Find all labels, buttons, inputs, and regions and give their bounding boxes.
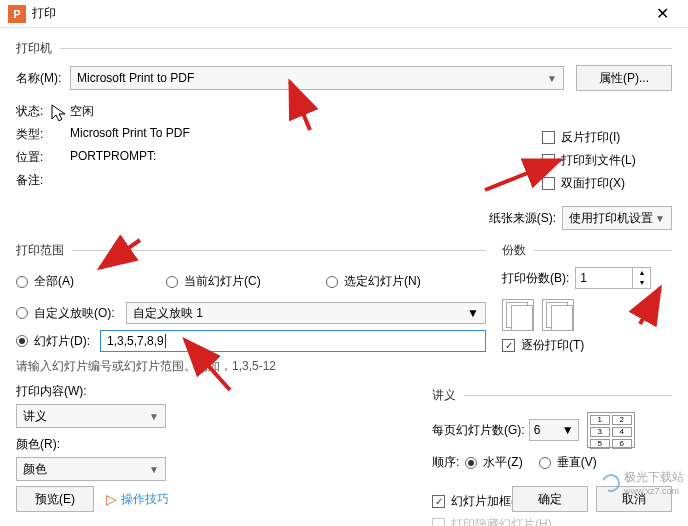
radio-all[interactable] — [16, 276, 28, 288]
print-to-file-checkbox[interactable]: 打印到文件(L) — [542, 152, 672, 169]
copies-input[interactable] — [576, 268, 632, 288]
play-icon: ▷ — [106, 491, 117, 507]
radio-slides[interactable] — [16, 335, 28, 347]
printer-name-label: 名称(M): — [16, 70, 70, 87]
window-title: 打印 — [32, 5, 644, 22]
duplex-checkbox[interactable]: 双面打印(X) — [542, 175, 672, 192]
order-label: 顺序: — [432, 454, 459, 471]
dropdown-arrow-icon: ▼ — [149, 411, 159, 422]
dropdown-arrow-icon: ▼ — [149, 464, 159, 475]
status-value: 空闲 — [70, 103, 94, 120]
print-content-label: 打印内容(W): — [16, 383, 416, 400]
radio-vertical[interactable] — [539, 457, 551, 469]
perpage-label: 每页幻灯片数(G): — [432, 422, 525, 439]
collate-icon — [502, 299, 534, 331]
slides-hint: 请输入幻灯片编号或幻灯片范围。例如，1,3,5-12 — [16, 358, 486, 375]
printer-name-select[interactable]: Microsoft Print to PDF ▼ — [70, 66, 564, 90]
slides-input[interactable]: 1,3,5,7,8,9 — [100, 330, 486, 352]
ok-button[interactable]: 确定 — [512, 486, 588, 512]
radio-custom[interactable] — [16, 307, 28, 319]
dropdown-arrow-icon: ▼ — [655, 213, 665, 224]
color-label: 颜色(R): — [16, 436, 416, 453]
close-button[interactable]: ✕ — [644, 4, 680, 23]
dropdown-arrow-icon: ▼ — [467, 306, 479, 320]
print-content-select[interactable]: 讲义▼ — [16, 404, 166, 428]
range-group-label: 打印范围 — [16, 242, 64, 259]
collate-icon — [542, 299, 574, 331]
paper-source-label: 纸张来源(S): — [489, 210, 556, 227]
copies-spinner[interactable]: ▲▼ — [575, 267, 651, 289]
custom-show-select[interactable]: 自定义放映 1▼ — [126, 302, 486, 324]
printer-group-label: 打印机 — [16, 40, 52, 57]
watermark: 极光下载站 www.xz7.com — [602, 469, 684, 496]
handout-group-label: 讲义 — [432, 387, 456, 404]
tips-link[interactable]: ▷操作技巧 — [106, 491, 169, 508]
radio-selected[interactable] — [326, 276, 338, 288]
paper-source-select[interactable]: 使用打印机设置▼ — [562, 206, 672, 230]
radio-horizontal[interactable] — [465, 457, 477, 469]
copies-group-label: 份数 — [502, 242, 526, 259]
printer-properties-button[interactable]: 属性(P)... — [576, 65, 672, 91]
spinner-down-icon[interactable]: ▼ — [633, 278, 650, 288]
radio-current[interactable] — [166, 276, 178, 288]
printer-group: 打印机 名称(M): Microsoft Print to PDF ▼ 属性(P… — [16, 36, 672, 230]
dropdown-arrow-icon: ▼ — [547, 73, 557, 84]
dropdown-arrow-icon: ▼ — [562, 423, 574, 437]
preview-button[interactable]: 预览(E) — [16, 486, 94, 512]
printer-name-value: Microsoft Print to PDF — [77, 71, 194, 85]
type-label: 类型: — [16, 126, 70, 143]
type-value: Microsoft Print To PDF — [70, 126, 190, 143]
comment-label: 备注: — [16, 172, 70, 189]
status-label: 状态: — [16, 103, 70, 120]
collate-checkbox[interactable]: ✓逐份打印(T) — [502, 337, 672, 354]
perpage-select[interactable]: 6▼ — [529, 419, 579, 441]
reverse-print-checkbox[interactable]: 反片打印(I) — [542, 129, 672, 146]
app-logo: P — [8, 5, 26, 23]
where-label: 位置: — [16, 149, 70, 166]
handout-preview-icon: 12 34 56 — [587, 412, 635, 448]
watermark-logo-icon — [599, 471, 623, 495]
spinner-up-icon[interactable]: ▲ — [633, 268, 650, 278]
copies-count-label: 打印份数(B): — [502, 270, 569, 287]
where-value: PORTPROMPT: — [70, 149, 156, 166]
